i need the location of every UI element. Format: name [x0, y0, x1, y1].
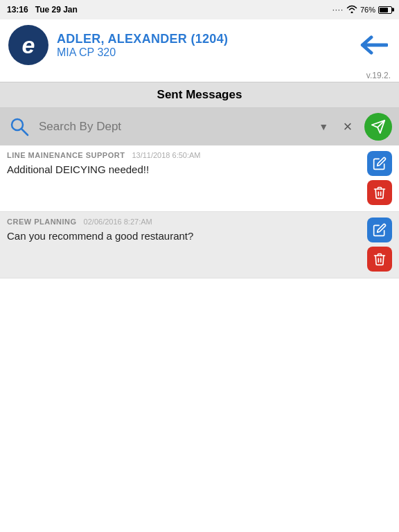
wifi-icon: [346, 5, 357, 15]
message-time: 13/11/2018 6:50:AM: [132, 151, 200, 159]
delete-button[interactable]: [367, 247, 392, 272]
message-dept: LINE MAINENANCE SUPPORT: [7, 151, 125, 159]
status-time: 13:16: [7, 5, 28, 15]
search-input[interactable]: [36, 120, 319, 134]
messages-list: LINE MAINENANCE SUPPORT 13/11/2018 6:50:…: [0, 145, 399, 278]
user-position: MIA CP 320: [57, 46, 357, 59]
app-logo: e: [8, 25, 48, 65]
status-bar: 13:16 Tue 29 Jan ···· 76%: [0, 0, 399, 19]
svg-line-1: [21, 129, 28, 135]
search-icon: [7, 114, 32, 139]
version-text: v.19.2.: [366, 71, 391, 80]
message-item: CREW PLANNING 02/06/2016 8:27:AM Can you…: [0, 212, 399, 278]
edit-button[interactable]: [367, 218, 392, 242]
header: e ADLER, ALEXANDER (1204) MIA CP 320: [0, 19, 399, 71]
send-button[interactable]: [364, 113, 392, 141]
search-input-wrap[interactable]: ▼: [36, 120, 331, 134]
delete-button[interactable]: [367, 180, 392, 205]
message-item: LINE MAINENANCE SUPPORT 13/11/2018 6:50:…: [0, 145, 399, 212]
signal-icon: ····: [332, 6, 344, 14]
battery-icon: [378, 6, 392, 14]
page-title: Sent Messages: [0, 82, 399, 108]
status-time-date: 13:16 Tue 29 Jan: [7, 5, 78, 15]
edit-button[interactable]: [367, 151, 392, 176]
back-button[interactable]: [357, 28, 391, 62]
user-name: ADLER, ALEXANDER (1204): [57, 32, 357, 46]
logo-letter: e: [22, 33, 35, 57]
message-text: Additional DEICYING needed!!: [7, 162, 392, 177]
version-bar: v.19.2.: [0, 71, 399, 82]
battery-fill: [380, 8, 388, 12]
message-meta: LINE MAINENANCE SUPPORT 13/11/2018 6:50:…: [7, 151, 392, 159]
message-actions: [367, 151, 392, 205]
clear-button[interactable]: ×: [335, 114, 360, 139]
user-info: ADLER, ALEXANDER (1204) MIA CP 320: [57, 32, 357, 59]
dropdown-arrow-icon[interactable]: ▼: [319, 121, 328, 132]
message-text: Can you recommend a good restaurant?: [7, 229, 392, 243]
message-meta: CREW PLANNING 02/06/2016 8:27:AM: [7, 218, 392, 226]
search-bar: ▼ ×: [0, 108, 399, 145]
message-actions: [367, 218, 392, 272]
message-dept: CREW PLANNING: [7, 218, 77, 226]
status-indicators: ···· 76%: [332, 5, 392, 15]
status-date: Tue 29 Jan: [35, 5, 78, 15]
message-time: 02/06/2016 8:27:AM: [84, 218, 152, 226]
battery-percent: 76%: [360, 6, 375, 14]
